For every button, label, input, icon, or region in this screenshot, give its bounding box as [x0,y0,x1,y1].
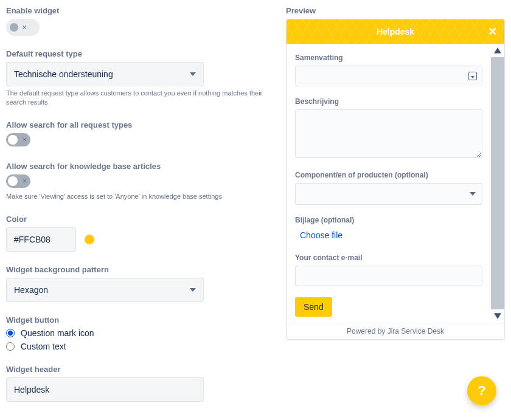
preview-label: Preview [286,6,505,15]
default-request-type-value: Technische ondersteuning [14,69,113,79]
color-input[interactable]: #FFCB08 [6,227,76,252]
widget-header-input[interactable]: Helpdesk [6,377,204,402]
widget-header-bar: Helpdesk ✕ [287,19,504,44]
color-value: #FFCB08 [14,235,50,244]
svg-marker-0 [494,47,501,53]
pattern-select[interactable]: Hexagon [6,278,204,302]
widget-header-value: Helpdesk [14,385,49,394]
attachment-field: Bijlage (optional) Choose file [295,216,482,243]
scrollbar[interactable] [491,44,504,323]
close-icon[interactable]: ✕ [488,26,497,37]
widget-button-label: Widget button [6,315,274,325]
question-mark-icon: ? [478,383,485,399]
toggle-off-icon: × [23,176,27,186]
color-swatch[interactable] [85,235,94,244]
description-field: Beschrijving [295,97,482,160]
allow-search-kb-helper: Make sure 'Viewing' access is set to 'An… [6,192,274,201]
widget-header-label: Widget header [6,365,274,374]
contact-label: Your contact e-mail [295,253,482,262]
enable-widget-field: Enable widget × [6,6,274,36]
pattern-value: Hexagon [14,285,48,295]
widget-button-option-icon[interactable]: Question mark icon [6,328,274,338]
description-label: Beschrijving [295,97,482,106]
summary-label: Samenvatting [295,53,482,62]
widget-button-field: Widget button Question mark icon Custom … [6,315,274,351]
radio-label: Custom text [21,342,66,351]
attachment-label: Bijlage (optional) [295,216,482,224]
widget-preview: Helpdesk ✕ Samenvatting Beschrijving [286,19,505,340]
autofill-icon[interactable] [468,72,477,80]
widget-launcher-button[interactable]: ? [467,376,496,405]
widget-button-option-text[interactable]: Custom text [6,342,274,351]
radio-input[interactable] [6,329,15,337]
choose-file-link[interactable]: Choose file [295,228,347,243]
pattern-label: Widget background pattern [6,265,274,274]
toggle-knob-icon [10,23,18,32]
scroll-down-icon[interactable] [491,309,504,323]
widget-header-field: Widget header Helpdesk [6,365,274,402]
toggle-off-icon: × [23,135,27,145]
summary-input[interactable] [295,66,482,86]
default-request-type-field: Default request type Technische onderste… [6,49,274,107]
scroll-up-icon[interactable] [491,44,504,57]
allow-search-kb-label: Allow search for knowledge base articles [6,162,274,171]
color-field: Color #FFCB08 [6,215,274,252]
toggle-knob-icon [8,176,18,186]
default-request-type-select[interactable]: Technische ondersteuning [6,62,204,86]
allow-search-kb-toggle[interactable]: × [6,174,30,188]
component-field: Component/en of producten (optional) [295,171,482,205]
allow-search-all-field: Allow search for all request types × [6,120,274,148]
chevron-down-icon [470,192,476,196]
widget-footer: Powered by Jira Service Desk [287,323,504,339]
send-button[interactable]: Send [295,297,332,317]
default-request-type-label: Default request type [6,49,274,58]
radio-label: Question mark icon [21,328,94,338]
summary-field: Samenvatting [295,53,482,86]
enable-widget-label: Enable widget [6,6,274,15]
component-select[interactable] [295,183,482,205]
description-input[interactable] [295,109,482,158]
chevron-down-icon [190,288,196,292]
preview-column: Preview Helpdesk ✕ Samenvatting Beschrij… [286,6,505,402]
allow-search-all-toggle[interactable]: × [6,133,30,146]
allow-search-all-label: Allow search for all request types [6,120,274,129]
settings-column: Enable widget × Default request type Tec… [6,6,274,402]
widget-body: Samenvatting Beschrijving Component/en o… [287,44,491,323]
contact-input[interactable] [295,266,482,286]
chevron-down-icon [190,72,196,76]
allow-search-kb-field: Allow search for knowledge base articles… [6,162,274,201]
contact-field: Your contact e-mail [295,253,482,286]
color-label: Color [6,215,274,224]
scroll-track[interactable] [491,57,504,309]
widget-header-title: Helpdesk [377,27,414,36]
enable-widget-toggle[interactable]: × [6,19,40,36]
default-request-type-helper: The default request type allows customer… [6,89,274,107]
toggle-off-icon: × [22,22,27,32]
toggle-knob-icon [8,135,18,145]
svg-marker-1 [494,313,501,319]
pattern-field: Widget background pattern Hexagon [6,265,274,302]
component-label: Component/en of producten (optional) [295,171,482,179]
radio-input[interactable] [6,342,15,351]
